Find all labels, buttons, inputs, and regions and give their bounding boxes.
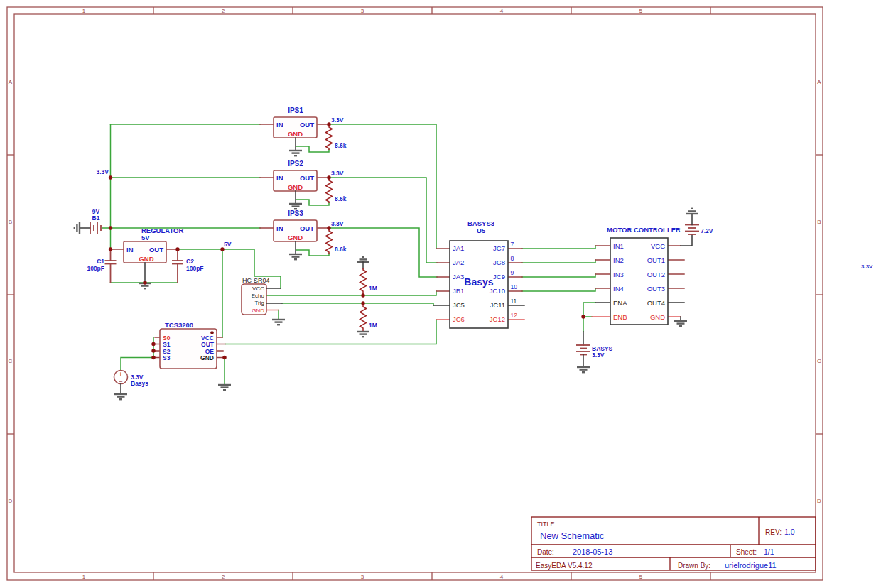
ips2-ref[interactable]: IPS2 bbox=[288, 160, 303, 168]
pin-jc9: JC9 bbox=[493, 273, 505, 281]
drawn-by-value[interactable]: urielrodrigue11 bbox=[725, 561, 777, 570]
regulator-value[interactable]: 5V bbox=[141, 234, 150, 241]
net-label-3v3[interactable]: 3.3V bbox=[331, 220, 344, 227]
date-value[interactable]: 2018-05-13 bbox=[573, 548, 612, 556]
component-tcs3200[interactable]: TCS3200 S0 S1 S2 S3 VCC OUT OE GND bbox=[155, 321, 231, 391]
frame-row-label: A bbox=[9, 79, 13, 85]
drawn-by-label: Drawn By: bbox=[678, 562, 710, 570]
sheet-label: Sheet: bbox=[736, 548, 757, 556]
component-ips1[interactable]: IPS1 IN OUT GND bbox=[260, 107, 329, 156]
resistor-value[interactable]: 1M bbox=[369, 322, 377, 329]
ground-icon[interactable] bbox=[357, 257, 369, 262]
pin-in3: IN3 bbox=[613, 271, 624, 278]
net-label-3v3[interactable]: 3.3V bbox=[331, 116, 344, 124]
ground-icon[interactable] bbox=[272, 320, 285, 325]
rev-label: REV: bbox=[765, 528, 782, 536]
resistor-value[interactable]: 1M bbox=[369, 285, 377, 292]
ips1-pin-out: OUT bbox=[300, 121, 314, 129]
tcs3200-name[interactable]: TCS3200 bbox=[165, 321, 193, 329]
pin-jc8: JC8 bbox=[493, 258, 505, 266]
frame-row-label: B bbox=[9, 219, 12, 225]
component-battery-72v[interactable]: 7.2V bbox=[681, 209, 713, 246]
component-c1[interactable]: C1 100pF bbox=[87, 250, 116, 283]
net-label-3v3-stray[interactable]: 3.3V bbox=[861, 263, 873, 270]
ground-icon[interactable] bbox=[686, 209, 698, 214]
title-label: TITLE: bbox=[537, 521, 556, 528]
resistor-ips2[interactable]: 8.6k bbox=[326, 179, 347, 203]
pin-jb1: JB1 bbox=[453, 287, 464, 295]
frame-col-label: 5 bbox=[639, 8, 643, 14]
basys3-center-label: Basys bbox=[464, 276, 493, 288]
frame-col-label: 4 bbox=[500, 574, 504, 580]
c2-value[interactable]: 100pF bbox=[186, 265, 204, 272]
component-ips3[interactable]: IPS3 IN OUT GND bbox=[260, 209, 329, 259]
ips2-pin-in: IN bbox=[276, 174, 283, 182]
component-ips2[interactable]: IPS2 IN OUT GND bbox=[260, 160, 329, 209]
ground-icon[interactable] bbox=[114, 394, 127, 399]
schematic-title[interactable]: New Schematic bbox=[540, 530, 605, 541]
net-label-3v3[interactable]: 3.3V bbox=[331, 170, 344, 177]
component-basys3[interactable]: BASYS3 U5 Basys JA1 JA2 JA3 JB1 JC5 JC6 … bbox=[433, 219, 524, 328]
sheet-frame: 1 2 3 4 5 1 2 3 4 5 A B C D A B C D bbox=[7, 7, 823, 580]
resistor-value[interactable]: 8.6k bbox=[335, 142, 347, 149]
ground-icon[interactable] bbox=[674, 321, 687, 326]
resistor-value[interactable]: 8.6k bbox=[335, 195, 347, 202]
wire-jc10-to-in4[interactable] bbox=[522, 288, 595, 291]
resistor-1m-lower[interactable]: 1M bbox=[357, 303, 377, 337]
date-label: Date: bbox=[537, 548, 554, 556]
resistor-value[interactable]: 8.6k bbox=[335, 246, 347, 253]
net-label-5v[interactable]: 5V bbox=[224, 241, 232, 248]
battery-9v-ref[interactable]: B1 bbox=[92, 214, 100, 222]
title-block[interactable]: TITLE: New Schematic REV: 1.0 Date: 2018… bbox=[531, 517, 816, 570]
pin-jc5: JC5 bbox=[453, 301, 465, 309]
component-vsource-basys[interactable]: + − 3.3V Basys bbox=[114, 371, 149, 400]
component-c2[interactable]: C2 100pF bbox=[172, 250, 204, 283]
pin-in2: IN2 bbox=[613, 256, 624, 264]
c1-ref[interactable]: C1 bbox=[97, 258, 104, 265]
wire-jc9-to-in3[interactable] bbox=[522, 274, 595, 277]
ips3-ref[interactable]: IPS3 bbox=[288, 209, 303, 217]
c1-value[interactable]: 100pF bbox=[87, 265, 104, 272]
hcsr04-pin-gnd: GND bbox=[252, 307, 264, 314]
component-battery-basys[interactable]: BASYS 3.3V bbox=[576, 332, 613, 372]
resistor-1m-upper[interactable]: 1M bbox=[357, 257, 377, 295]
ground-icon[interactable] bbox=[289, 151, 302, 156]
sheet-value[interactable]: 1/1 bbox=[764, 548, 774, 556]
component-battery-9v[interactable]: 9V B1 bbox=[75, 208, 101, 234]
wire-trig-to-jc5[interactable] bbox=[282, 303, 433, 305]
pin-jc7: JC7 bbox=[493, 244, 505, 252]
hcsr04-name[interactable]: HC-SR04 bbox=[242, 277, 270, 284]
schematic-editor-canvas[interactable]: 1 2 3 4 5 1 2 3 4 5 A B C D A B C D TITL… bbox=[0, 0, 881, 588]
ground-icon[interactable] bbox=[289, 254, 302, 259]
ground-icon[interactable] bbox=[75, 222, 80, 234]
pin-number-12: 12 bbox=[511, 312, 518, 319]
vsource-label[interactable]: Basys bbox=[131, 380, 148, 387]
battery-basys-value[interactable]: 3.3V bbox=[592, 352, 605, 359]
wire-jc8-to-in2[interactable] bbox=[522, 260, 595, 263]
tcs-pin-s0: S0 bbox=[163, 334, 171, 342]
resistor-ips1[interactable]: 8.6k bbox=[326, 126, 347, 150]
component-motor-controller[interactable]: MOTOR CONTROLLER IN1 IN2 IN3 IN4 ENA ENB… bbox=[592, 226, 687, 327]
ground-icon[interactable] bbox=[357, 332, 369, 337]
rev-value[interactable]: 1.0 bbox=[784, 528, 795, 536]
wire-jc7-to-in1[interactable] bbox=[522, 246, 595, 249]
ground-icon[interactable] bbox=[289, 204, 302, 209]
tcs-pin-oe: OE bbox=[205, 348, 215, 355]
wire-tcs-out-to-jc6[interactable] bbox=[225, 320, 436, 344]
ground-icon[interactable] bbox=[218, 385, 231, 390]
pin-in4: IN4 bbox=[613, 285, 624, 293]
wire-tcs-select-chain[interactable] bbox=[121, 337, 153, 370]
motor-controller-name[interactable]: MOTOR CONTROLLER bbox=[607, 226, 681, 234]
regulator-pin-in: IN bbox=[126, 246, 134, 254]
resistor-ips3[interactable]: 8.6k bbox=[326, 229, 347, 254]
net-label-3v3-rail[interactable]: 3.3V bbox=[97, 168, 109, 175]
basys3-ref[interactable]: U5 bbox=[477, 227, 486, 234]
c2-ref[interactable]: C2 bbox=[186, 258, 194, 265]
wire-echo-to-jb1[interactable] bbox=[266, 291, 436, 295]
ips1-ref[interactable]: IPS1 bbox=[288, 107, 303, 114]
frame-row-label: B bbox=[817, 219, 821, 225]
ips3-pin-out: OUT bbox=[300, 224, 314, 232]
component-regulator[interactable]: REGULATOR 5V IN OUT GND bbox=[111, 227, 183, 288]
battery-72v-value[interactable]: 7.2V bbox=[701, 227, 713, 234]
ground-icon[interactable] bbox=[577, 367, 590, 372]
